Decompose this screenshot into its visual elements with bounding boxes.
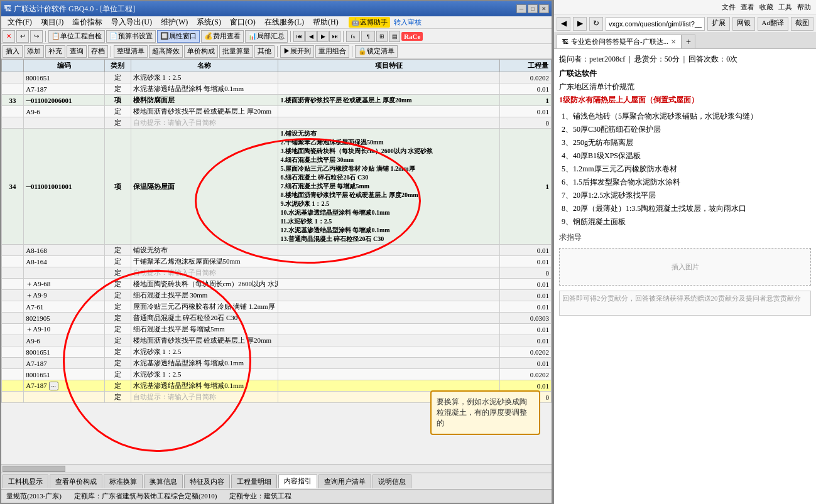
expand-btn-t[interactable]: ▤ <box>389 31 400 42</box>
sep-3 <box>343 31 344 42</box>
cell-feature <box>278 346 499 358</box>
lock-list-btn[interactable]: 🔒锁定清单 <box>355 45 398 58</box>
browser-refresh[interactable]: ↻ <box>589 17 603 31</box>
redo-btn[interactable]: ↪ <box>30 30 43 43</box>
cell-feature <box>278 324 499 335</box>
bottom-tab[interactable]: 标准换算 <box>104 475 143 488</box>
menu-help[interactable]: 帮助(H) <box>309 16 342 28</box>
scroll-thumb[interactable] <box>3 466 65 472</box>
cell-code: A9-6 <box>24 106 105 117</box>
browser-menu-tools[interactable]: 工具 <box>778 3 792 12</box>
local-summary-btn[interactable]: 📊局部汇总 <box>245 30 288 43</box>
formula-btn[interactable]: fx <box>346 31 360 42</box>
bottom-tab[interactable]: 换算信息 <box>144 475 183 488</box>
cell-qty: 0.01 <box>499 279 551 290</box>
cell-name: 水泥基渗透结晶型涂料 每增减0.1mm <box>131 83 278 95</box>
supplement-btn[interactable]: 补充 <box>45 45 65 58</box>
browser-screenshot-btn[interactable]: 截图 <box>791 17 813 31</box>
close-btn[interactable]: ✕ <box>539 4 549 13</box>
menu-project[interactable]: 项目(J) <box>37 16 68 28</box>
browser-menu-favorites[interactable]: 收藏 <box>759 3 773 12</box>
cell-feature: 1.铺设无纺布2.干铺聚苯乙烯泡沫板屋面保温50mm3.楼地面陶瓷砖块料（每块周… <box>278 129 499 245</box>
cell-code: 8001651 <box>24 369 105 380</box>
browser-new-tab[interactable]: + <box>682 35 695 48</box>
batch-calc-btn[interactable]: 批量算量 <box>219 45 253 58</box>
menu-window[interactable]: 窗口(O) <box>226 16 259 28</box>
fee-view-btn[interactable]: 💰费用查看 <box>201 30 244 43</box>
app-icon: 🏗 <box>4 4 11 14</box>
reuse-group-btn[interactable]: 重用组合 <box>315 45 349 58</box>
archive-btn[interactable]: 存档 <box>88 45 108 58</box>
menu-file[interactable]: 文件(F) <box>4 16 36 28</box>
browser-back[interactable]: ◀ <box>557 17 570 31</box>
col-header-feature: 项目特征 <box>278 60 499 72</box>
horizontal-scrollbar[interactable] <box>1 464 552 473</box>
bottom-tab[interactable]: 内容指引 <box>278 475 317 488</box>
browser-extend-btn[interactable]: 扩展 <box>707 17 730 31</box>
table-row: 8021905 定 普通商品混凝土 碎石粒径20石 C30 0.0303 <box>2 313 552 324</box>
browser-translate-btn[interactable]: Ad翻译 <box>758 17 788 31</box>
question-item: 3、250g无纺布隔离层 <box>559 137 811 148</box>
cell-name: 干铺聚苯乙烯泡沫板屋面保温50mm <box>131 256 278 267</box>
browser-menu-view[interactable]: 查看 <box>741 3 754 12</box>
browser-tab-close[interactable]: ✕ <box>671 38 676 45</box>
menu-import-export[interactable]: 导入导出(U) <box>107 16 156 28</box>
menu-online[interactable]: 在线服务(L) <box>261 16 308 28</box>
menu-cost-index[interactable]: 造价指标 <box>68 16 106 28</box>
height-reduction-btn[interactable]: 超高降效 <box>149 45 183 58</box>
bottom-tab[interactable]: 特征及内容 <box>184 475 230 488</box>
nav-next[interactable]: ▶ <box>317 31 329 42</box>
table-row: 8001651 定 水泥砂浆 1：2.5 0.0202 <box>2 346 552 358</box>
assistant-btn[interactable]: 🤖蓝博助手 <box>349 17 390 28</box>
unit-check-btn[interactable]: 📋单位工程自检 <box>48 30 105 43</box>
cell-type: 定 <box>105 346 131 358</box>
expand-to-btn[interactable]: ▶展开到 <box>280 45 314 58</box>
close-icon-btn[interactable]: ✕ <box>3 30 15 43</box>
insert-image-btn[interactable]: 插入图片 <box>559 248 811 286</box>
answer-input[interactable]: 回答即可得2分贡献分，回答被采纳获得系统赠送20贡献分及提问者悬赏贡献分 <box>559 291 811 316</box>
minimize-btn[interactable]: ─ <box>516 4 526 13</box>
address-bar[interactable] <box>606 17 705 31</box>
budget-settings-btn[interactable]: 📄预算书设置 <box>106 30 156 43</box>
paragraph-btn[interactable]: ¶ <box>361 31 375 42</box>
menu-system[interactable]: 系统(S) <box>193 16 225 28</box>
restore-btn[interactable]: □ <box>528 4 538 13</box>
grid-btn[interactable]: ⊞ <box>376 31 388 42</box>
nav-first[interactable]: ⏮ <box>293 31 305 42</box>
code-menu-btn[interactable]: ··· <box>49 382 59 390</box>
cell-qty: 0.0202 <box>499 72 551 83</box>
organize-list-btn[interactable]: 整理清单 <box>114 45 148 58</box>
table-row: A7-187 定 水泥基渗透结晶型涂料 每增减0.1mm 0.01 <box>2 83 552 95</box>
add-btn[interactable]: 添加 <box>24 45 44 58</box>
callout-box: 要换算，例如水泥砂换成陶粒混凝土，有的厚度要调整的 <box>430 390 540 435</box>
query-btn[interactable]: 查询 <box>67 45 87 58</box>
cell-type: 定 <box>105 245 131 256</box>
browser-bank-btn[interactable]: 网银 <box>732 17 755 31</box>
other-btn[interactable]: 其他 <box>254 45 275 58</box>
bottom-tab[interactable]: 工料机显示 <box>3 475 48 488</box>
cell-code: A7-187 <box>24 358 105 369</box>
menu-maintain[interactable]: 维护(W) <box>157 16 192 28</box>
browser-forward[interactable]: ▶ <box>573 17 587 31</box>
cell-code: A8-164 <box>24 256 105 267</box>
cell-qty: 0.01 <box>499 301 551 313</box>
nav-prev[interactable]: ◀ <box>305 31 317 42</box>
insert-btn[interactable]: 插入 <box>3 45 23 58</box>
bottom-tab[interactable]: 说明信息 <box>373 475 411 488</box>
cell-num <box>2 72 24 83</box>
bottom-tab[interactable]: 查询用户清单 <box>318 475 371 488</box>
col-header-name: 名称 <box>131 60 278 72</box>
property-window-btn[interactable]: 🔲属性窗口 <box>157 30 200 43</box>
nav-last[interactable]: ⏭ <box>329 31 340 42</box>
cell-name: 水泥砂浆 1：2.5 <box>131 72 278 83</box>
cell-feature <box>278 358 499 369</box>
bottom-tab[interactable]: 查看单价构成 <box>50 475 102 488</box>
bottom-tab[interactable]: 工程量明细 <box>231 475 277 488</box>
cell-feature <box>278 301 499 313</box>
review-btn[interactable]: 转入审核 <box>394 18 422 27</box>
browser-menu-help[interactable]: 帮助 <box>797 3 811 12</box>
undo-btn[interactable]: ↩ <box>16 30 29 43</box>
browser-tab-active[interactable]: 🏗 专业造价问答答疑平台-广联达... ✕ <box>557 35 682 48</box>
browser-menu-file[interactable]: 文件 <box>722 3 736 12</box>
unit-price-btn[interactable]: 单价构成 <box>184 45 218 58</box>
